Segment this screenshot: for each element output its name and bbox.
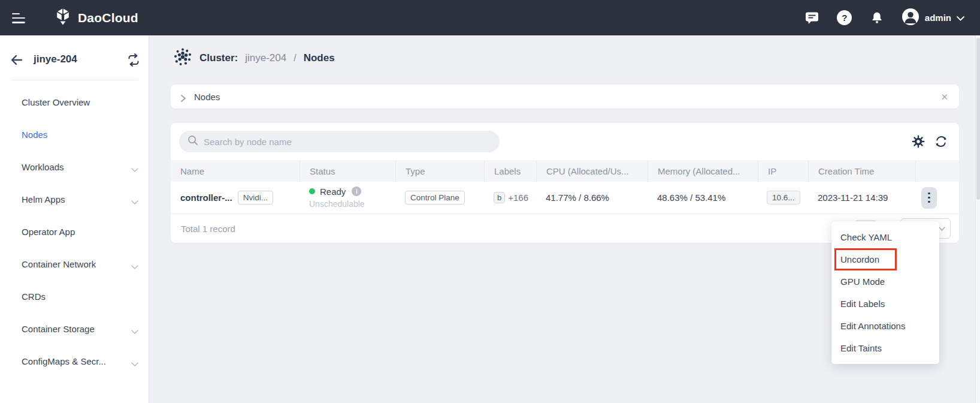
creation-time: 2023-11-21 14:39 [808, 193, 915, 203]
column-header-type: Type [395, 160, 484, 182]
back-arrow-icon[interactable] [10, 53, 24, 67]
menu-item-check-yaml[interactable]: Check YAML [831, 226, 939, 248]
table-header: Name Status Type Labels CPU (Allocated/U… [171, 160, 959, 182]
hamburger-menu-icon[interactable] [12, 13, 26, 23]
memory-usage: 48.63% / 53.41% [648, 193, 758, 203]
total-records: Total 1 record [181, 224, 235, 234]
daocloud-cube-icon [53, 7, 73, 29]
sidebar-item-workloads[interactable]: Workloads [0, 151, 149, 183]
nodes-collapse-bar: Nodes ✕ [171, 85, 959, 109]
close-icon[interactable]: ✕ [940, 92, 948, 101]
avatar [902, 8, 919, 28]
search-box [179, 131, 500, 152]
help-icon[interactable]: ? [837, 10, 852, 26]
sidebar-item-crds[interactable]: CRDs [0, 280, 149, 312]
notifications-bell-icon[interactable] [869, 10, 885, 26]
cluster-dots-icon [173, 47, 192, 69]
column-header-actions [915, 160, 959, 182]
column-header-cpu: CPU (Allocated/Us... [536, 160, 648, 182]
table-settings-gear-icon[interactable] [911, 134, 925, 149]
node-name-tag: Nvidi... [238, 191, 273, 204]
column-header-ip: IP [758, 160, 808, 182]
column-header-status: Status [300, 160, 395, 182]
menu-item-uncordon[interactable]: Uncordon [831, 248, 939, 270]
chevron-down-icon [131, 261, 138, 266]
sidebar-item-nodes[interactable]: Nodes [0, 118, 149, 151]
chevron-right-icon[interactable] [180, 94, 186, 100]
cpu-usage: 41.77% / 8.66% [536, 193, 648, 203]
status-text: Ready [320, 186, 346, 198]
row-actions-kebab-button[interactable] [921, 187, 937, 209]
breadcrumb-prefix: Cluster: [199, 52, 238, 64]
sidebar-item-operator-app[interactable]: Operator App [0, 215, 149, 248]
chevron-down-icon [957, 13, 964, 23]
sidebar: jinye-204 Cluster Overview Nodes Workloa… [0, 35, 149, 403]
brand-logo[interactable]: DaoCloud [53, 7, 138, 29]
column-header-name: Name [171, 160, 300, 182]
status-ready-dot [309, 188, 315, 194]
label-key-tag: b [494, 192, 505, 203]
menu-item-edit-labels[interactable]: Edit Labels [831, 293, 939, 315]
menu-item-gpu-mode[interactable]: GPU Mode [831, 270, 939, 293]
column-header-labels: Labels [484, 160, 536, 182]
node-actions-menu: Check YAML Uncordon GPU Mode Edit Labels… [831, 221, 939, 364]
status-unschedulable: Unschedulable [309, 199, 395, 209]
node-name-link[interactable]: controller-... [180, 193, 232, 203]
sidebar-item-container-network[interactable]: Container Network [0, 248, 149, 280]
search-input[interactable] [204, 137, 485, 147]
chevron-down-icon [939, 227, 945, 231]
sidebar-item-helm-apps[interactable]: Helm Apps [0, 183, 149, 215]
user-menu[interactable]: admin [902, 8, 964, 28]
chevron-down-icon [131, 359, 138, 363]
main-content: Cluster: jinye-204 / Nodes Nodes ✕ [149, 35, 980, 403]
table-row: controller-... Nvidi... Ready i Unschedu… [171, 182, 959, 214]
chevron-down-icon [131, 197, 138, 202]
column-header-memory: Memory (Allocated... [648, 160, 758, 182]
divider [11, 80, 138, 80]
sidebar-cluster-name: jinye-204 [34, 53, 77, 65]
sidebar-item-cluster-overview[interactable]: Cluster Overview [0, 86, 149, 118]
chevron-down-icon [131, 164, 138, 169]
node-ip-tag: 10.6... [767, 191, 800, 204]
scrollbar-thumb[interactable] [976, 38, 980, 200]
chevron-down-icon [131, 326, 138, 331]
menu-item-edit-annotations[interactable]: Edit Annotations [831, 315, 939, 337]
collapse-bar-title: Nodes [194, 92, 220, 102]
search-icon [187, 134, 199, 149]
node-type-tag: Control Plane [405, 191, 465, 204]
refresh-icon[interactable] [934, 134, 948, 149]
sidebar-item-configmaps-secrets[interactable]: ConfigMaps & Secr... [0, 345, 149, 377]
switch-cluster-icon[interactable] [126, 53, 141, 67]
menu-item-edit-taints[interactable]: Edit Taints [831, 337, 939, 359]
sidebar-nav: Cluster Overview Nodes Workloads Helm Ap… [0, 86, 149, 377]
sidebar-item-container-storage[interactable]: Container Storage [0, 312, 149, 345]
breadcrumb: Cluster: jinye-204 / Nodes [173, 49, 335, 67]
column-header-creation-time: Creation Time [808, 160, 915, 182]
info-icon[interactable]: i [352, 187, 361, 196]
breadcrumb-separator: / [294, 53, 296, 64]
topbar: DaoCloud ? [0, 0, 980, 35]
breadcrumb-current: Nodes [304, 52, 335, 64]
window-scrollbar[interactable] [975, 35, 980, 403]
messages-icon[interactable] [804, 10, 820, 26]
breadcrumb-cluster-link[interactable]: jinye-204 [245, 52, 286, 64]
user-name: admin [925, 13, 951, 23]
brand-name: DaoCloud [78, 11, 138, 25]
labels-more-count[interactable]: +166 [508, 193, 528, 203]
